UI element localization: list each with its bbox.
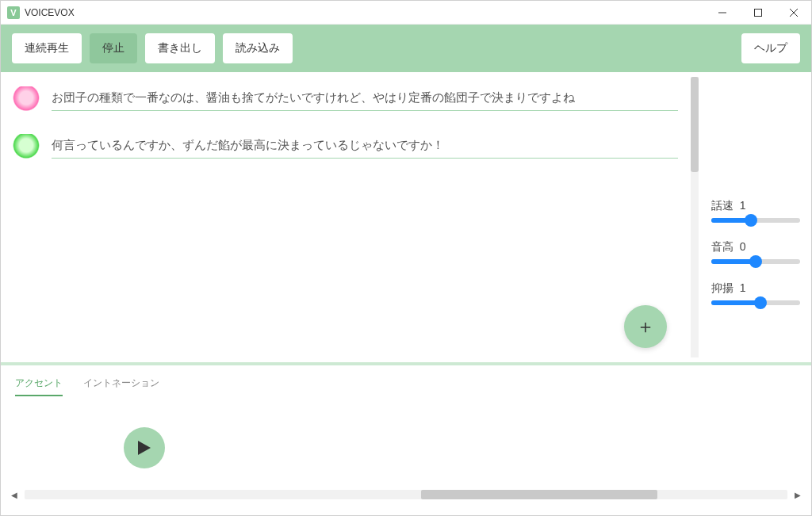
minimize-icon: [718, 9, 726, 17]
param-intonation: 抑揚 1: [711, 281, 800, 305]
minimize-button[interactable]: [704, 1, 740, 25]
maximize-button[interactable]: [740, 1, 776, 25]
pitch-slider[interactable]: [711, 259, 800, 264]
param-pitch: 音高 0: [711, 240, 800, 264]
maximize-icon: [754, 9, 762, 17]
import-button[interactable]: 読み込み: [223, 33, 293, 63]
help-button[interactable]: ヘルプ: [741, 33, 800, 63]
app-icon: V: [7, 6, 20, 19]
line-text[interactable]: お団子の種類で一番なのは、醤油も捨てがたいですけれど、やはり定番の餡団子で決まり…: [52, 90, 678, 111]
chevron-right-icon[interactable]: ▶: [792, 489, 803, 500]
avatar[interactable]: [12, 86, 40, 115]
param-label: 話速 1: [711, 199, 800, 213]
parameters-panel: 話速 1 音高 0 抑揚 1: [700, 72, 811, 362]
toolbar: 連続再生 停止 書き出し 読み込み ヘルプ: [1, 25, 811, 72]
stop-button[interactable]: 停止: [90, 33, 137, 63]
line-text[interactable]: 何言っているんですか、ずんだ餡が最高に決まっているじゃないですか！: [52, 138, 678, 159]
accent-tabs: アクセント イントネーション: [1, 365, 167, 396]
close-button[interactable]: [776, 1, 811, 25]
export-button[interactable]: 書き出し: [145, 33, 215, 63]
titlebar: V VOICEVOX: [1, 1, 811, 25]
param-label: 抑揚 1: [711, 281, 800, 296]
accent-scrollbar[interactable]: ◀ ▶: [1, 488, 811, 506]
plus-icon: ＋: [636, 314, 655, 339]
accent-area[interactable]: テガタイデスケレド、ヤハリテエバン: [167, 365, 811, 376]
main-area: お団子の種類で一番なのは、醤油も捨てがたいですけれど、やはり定番の餡団子で決まり…: [1, 72, 811, 365]
speed-slider[interactable]: [711, 218, 800, 223]
tab-intonation[interactable]: イントネーション: [83, 376, 159, 396]
list-item[interactable]: お団子の種類で一番なのは、醤油も捨てがたいですけれど、やはり定番の餡団子で決まり…: [12, 86, 678, 115]
play-icon: [138, 441, 151, 455]
window-title: VOICEVOX: [25, 7, 704, 18]
lines-scrollbar[interactable]: [691, 77, 699, 357]
play-all-button[interactable]: 連続再生: [12, 33, 82, 63]
play-button[interactable]: [124, 427, 165, 468]
svg-marker-20: [138, 441, 151, 455]
tab-accent[interactable]: アクセント: [15, 376, 63, 396]
chevron-left-icon[interactable]: ◀: [9, 489, 20, 500]
param-label: 音高 0: [711, 240, 800, 254]
param-speed: 話速 1: [711, 199, 800, 223]
scrollbar-thumb[interactable]: [421, 490, 657, 499]
avatar[interactable]: [12, 134, 40, 162]
svg-rect-1: [754, 9, 761, 16]
lines-panel: お団子の種類で一番なのは、醤油も捨てがたいですけれど、やはり定番の餡団子で決まり…: [1, 72, 689, 362]
scrollbar-thumb[interactable]: [691, 77, 699, 172]
intonation-slider[interactable]: [711, 300, 800, 305]
close-icon: [790, 9, 798, 17]
accent-panel: アクセント イントネーション テガタイデスケレド、ヤハリテエバン ◀ ▶: [1, 365, 811, 512]
add-line-button[interactable]: ＋: [624, 305, 667, 348]
list-item[interactable]: 何言っているんですか、ずんだ餡が最高に決まっているじゃないですか！: [12, 134, 678, 162]
